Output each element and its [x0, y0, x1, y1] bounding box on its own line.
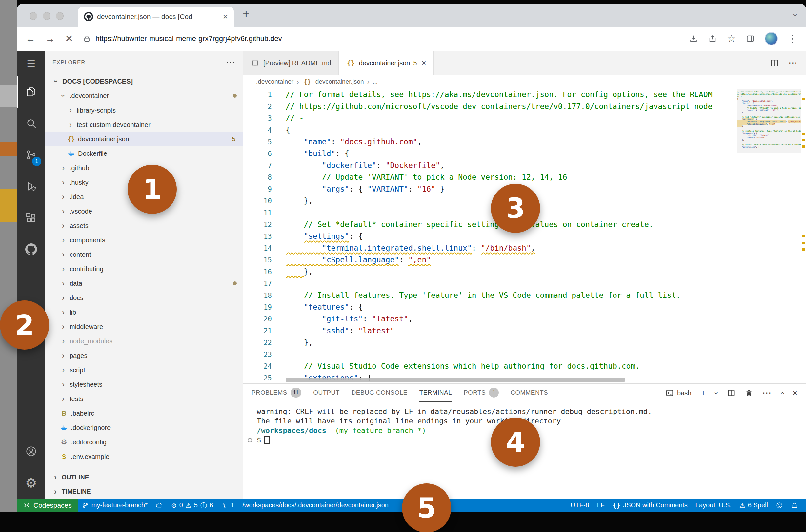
tree-item-.dockerignore[interactable]: .dockerignore — [45, 420, 243, 435]
tree-root[interactable]: › DOCS [CODESPACES] — [45, 74, 243, 89]
new-terminal-icon[interactable]: + — [701, 388, 706, 398]
tree-item-assets[interactable]: ›assets — [45, 218, 243, 233]
code-line-24[interactable]: 24 // Visual Studio Code extensions whic… — [243, 360, 732, 372]
code-line-7[interactable]: 7 "dockerfile": "Dockerfile", — [243, 159, 732, 171]
close-icon[interactable]: × — [422, 59, 426, 67]
codespaces-remote-button[interactable]: Codespaces — [17, 498, 78, 512]
url-text[interactable]: https://hubwriter-musical-meme-grx7rggrj… — [95, 35, 282, 43]
tree-item-pages[interactable]: ›pages — [45, 348, 243, 363]
tree-item-.devcontainer[interactable]: ›.devcontainer — [45, 89, 243, 103]
code-line-10[interactable]: 10 }, — [243, 195, 732, 207]
code-line-19[interactable]: 19 "features": { — [243, 301, 732, 313]
code-line-3[interactable]: 3// - — [243, 112, 732, 124]
close-tab-icon[interactable]: × — [223, 13, 228, 21]
branch-button[interactable]: my-feature-branch* — [78, 498, 152, 512]
tree-item-dockerfile[interactable]: Dockerfile — [45, 146, 243, 161]
tree-item-.env.example[interactable]: $.env.example — [45, 449, 243, 464]
browser-menu-icon[interactable]: ⋮ — [788, 34, 798, 44]
menu-hamburger-icon[interactable]: ☰ — [17, 51, 45, 76]
code-line-15[interactable]: 15 "cSpell.language": ",en" — [243, 254, 732, 266]
code-line-14[interactable]: 14 "terminal.integrated.shell.linux": "/… — [243, 242, 732, 254]
eol-button[interactable]: LF — [593, 498, 609, 512]
explorer-activity-icon[interactable] — [17, 76, 45, 108]
tree-item-middleware[interactable]: ›middleware — [45, 320, 243, 334]
forward-button[interactable]: → — [45, 34, 55, 44]
split-editor-icon[interactable] — [770, 58, 779, 68]
breadcrumb-folder[interactable]: .devcontainer — [256, 78, 293, 85]
tree-item-devcontainer.json[interactable]: {}devcontainer.json5 — [45, 132, 243, 146]
tree-item-script[interactable]: ›script — [45, 363, 243, 377]
terminal-dropdown-chevron-icon[interactable]: › — [715, 388, 718, 398]
tab-overview-chevron-icon[interactable]: › — [794, 10, 797, 20]
code-line-2[interactable]: 2// https://github.com/microsoft/vscode-… — [243, 100, 732, 112]
tree-item-test-custom-devcontainer[interactable]: ›test-custom-devcontainer — [45, 117, 243, 132]
sidebar-toggle-icon[interactable] — [746, 34, 755, 43]
tree-item-.husky[interactable]: ›.husky — [45, 175, 243, 190]
code-line-22[interactable]: 22 }, — [243, 337, 732, 348]
profile-avatar[interactable] — [765, 32, 778, 45]
code-line-5[interactable]: 5 "name": "docs.github.com", — [243, 136, 732, 148]
search-icon[interactable] — [17, 108, 45, 139]
source-control-icon[interactable]: 1 — [17, 139, 45, 171]
tree-item-data[interactable]: ›data — [45, 276, 243, 291]
language-mode-button[interactable]: {} JSON with Comments — [609, 498, 692, 512]
zoom-window-button[interactable] — [56, 12, 64, 20]
new-tab-button[interactable]: + — [243, 7, 250, 21]
horizontal-scrollbar[interactable] — [276, 378, 727, 383]
encoding-button[interactable]: UTF-8 — [567, 498, 593, 512]
tree-item-.editorconfig[interactable]: ⚙.editorconfig — [45, 435, 243, 449]
code-line-23[interactable]: 23 — [243, 348, 732, 360]
settings-gear-icon[interactable]: ⚙ — [17, 467, 45, 498]
spell-checker-button[interactable]: ⚠ 6 Spell — [735, 498, 772, 512]
github-icon[interactable] — [17, 233, 45, 265]
code-line-8[interactable]: 8 // Update 'VARIANT' to pick a Node ver… — [243, 171, 732, 183]
scrollbar-thumb[interactable] — [286, 378, 625, 382]
code-line-16[interactable]: 16 }, — [243, 266, 732, 278]
tree-item-components[interactable]: ›components — [45, 233, 243, 247]
account-icon[interactable] — [17, 436, 45, 467]
window-controls[interactable] — [30, 12, 64, 20]
terminal-prompt-row[interactable]: $ — [257, 435, 806, 445]
code-line-18[interactable]: 18 // Install features. Type 'feature' i… — [243, 289, 732, 301]
sidebar-more-actions-icon[interactable]: ⋯ — [226, 58, 235, 67]
tree-item-library-scripts[interactable]: ›library-scripts — [45, 103, 243, 117]
tree-item-.babelrc[interactable]: B.babelrc — [45, 406, 243, 420]
keyboard-layout-button[interactable]: Layout: U.S. — [692, 498, 735, 512]
code-line-13[interactable]: 13 "settings": { — [243, 230, 732, 242]
tree-item-.vscode[interactable]: ›.vscode — [45, 204, 243, 218]
breadcrumb[interactable]: .devcontainer › {} devcontainer.json › .… — [243, 75, 806, 89]
browser-tab[interactable]: devcontainer.json — docs [Cod × — [78, 6, 234, 26]
split-terminal-icon[interactable] — [727, 389, 735, 397]
tree-item-.idea[interactable]: ›.idea — [45, 190, 243, 204]
timeline-section-header[interactable]: › TIMELINE — [45, 484, 243, 498]
download-icon[interactable] — [689, 34, 698, 43]
tree-item-node_modules[interactable]: ›node_modules — [45, 334, 243, 348]
code-line-12[interactable]: 12 // Set *default* container specific s… — [243, 218, 732, 230]
close-panel-icon[interactable]: × — [792, 389, 798, 397]
code-line-20[interactable]: 20 "git-lfs": "latest", — [243, 313, 732, 325]
tree-item-lib[interactable]: ›lib — [45, 305, 243, 320]
run-debug-icon[interactable] — [17, 171, 45, 202]
bookmark-star-icon[interactable]: ☆ — [727, 34, 736, 44]
kill-terminal-trash-icon[interactable] — [745, 389, 753, 397]
code-line-1[interactable]: 1// For format details, see https://aka.… — [243, 89, 732, 100]
shell-selector[interactable]: bash — [665, 389, 691, 397]
panel-tab-problems[interactable]: PROBLEMS11 — [251, 384, 301, 402]
panel-more-actions-icon[interactable]: ⋯ — [762, 388, 772, 398]
sync-changes-button[interactable] — [152, 498, 167, 512]
code-line-21[interactable]: 21 "sshd": "latest" — [243, 325, 732, 337]
breadcrumb-symbol[interactable]: ... — [372, 78, 378, 85]
feedback-button[interactable] — [772, 498, 787, 512]
code-line-17[interactable]: 17 — [243, 278, 732, 289]
tree-item-contributing[interactable]: ›contributing — [45, 262, 243, 276]
editor-more-actions-icon[interactable]: ⋯ — [788, 58, 798, 68]
panel-tab-ports[interactable]: PORTS1 — [464, 384, 499, 402]
minimap[interactable]: // For format details, see https://aka.m… — [737, 91, 801, 383]
code-line-11[interactable]: 11 — [243, 207, 732, 218]
address-bar[interactable]: https://hubwriter-musical-meme-grx7rggrj… — [83, 35, 679, 43]
panel-tab-debug-console[interactable]: DEBUG CONSOLE — [351, 384, 408, 402]
panel-tab-terminal[interactable]: TERMINAL — [419, 384, 452, 402]
code-editor[interactable]: 1// For format details, see https://aka.… — [243, 89, 806, 383]
code-line-9[interactable]: 9 "args": { "VARIANT": "16" } — [243, 183, 732, 195]
notifications-button[interactable] — [787, 498, 802, 512]
